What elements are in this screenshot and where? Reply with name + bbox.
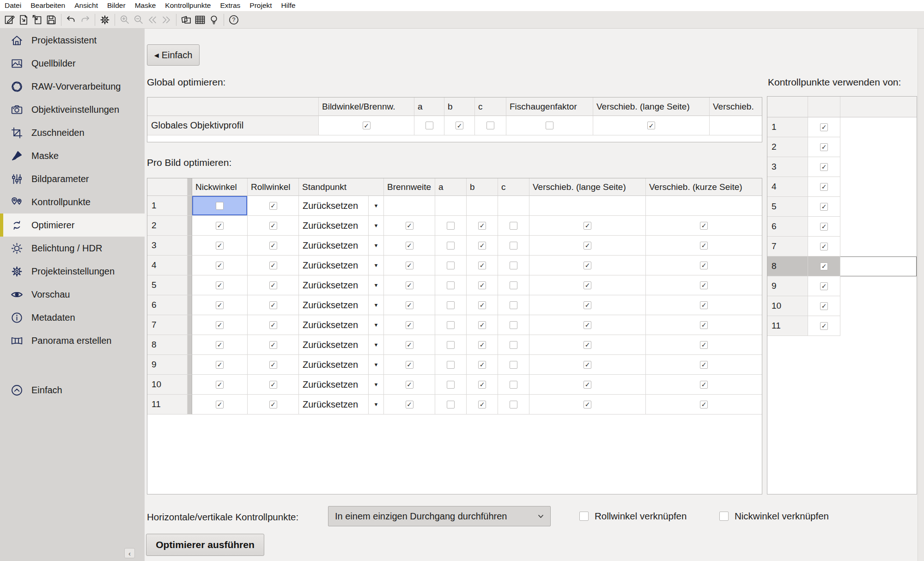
checkbox-b[interactable]: ✓ xyxy=(478,401,486,409)
checkbox-a[interactable] xyxy=(447,262,455,269)
cell-verschieb-lange-seite[interactable]: ✓ xyxy=(529,275,646,295)
cell-verschieb-kurze-seite[interactable]: ✓ xyxy=(646,216,762,236)
cell-brennweite[interactable]: ✓ xyxy=(384,275,435,295)
cell-c[interactable] xyxy=(498,295,529,315)
checkbox-nickwinkel[interactable]: ✓ xyxy=(216,401,224,409)
cell-a[interactable] xyxy=(435,335,467,355)
simple-mode-back-button[interactable]: ◀ Einfach xyxy=(147,44,200,66)
standpunkt-dropdown-button[interactable]: ▼ xyxy=(369,295,384,315)
checkbox-nickwinkel[interactable]: ✓ xyxy=(216,301,224,309)
checkbox-rollwinkel[interactable]: ✓ xyxy=(269,262,277,269)
checkbox-verschieb-lange-seite[interactable]: ✓ xyxy=(584,381,591,389)
sidebar-item-objektiveinstellungen[interactable]: Objektiveinstellungen xyxy=(0,98,145,121)
cell-a[interactable] xyxy=(435,256,467,275)
checkbox-verschieb-lange-seite[interactable]: ✓ xyxy=(584,361,591,369)
open-project-icon[interactable] xyxy=(17,12,30,27)
control-points-row-5[interactable]: 5✓ xyxy=(767,197,917,217)
checkbox-rollwinkel[interactable]: ✓ xyxy=(269,222,277,230)
checkbox-verschieb-lange-seite[interactable]: ✓ xyxy=(584,301,591,309)
cell-verschieb-kurze-seite[interactable] xyxy=(646,196,762,216)
cell-a[interactable] xyxy=(435,395,467,415)
preview-light-icon[interactable] xyxy=(207,12,221,27)
checkbox-verschieb-lange-seite[interactable]: ✓ xyxy=(584,262,591,269)
cell-brennweite[interactable]: ✓ xyxy=(384,256,435,275)
sidebar-item-belichtung-hdr[interactable]: Belichtung / HDR xyxy=(0,237,145,260)
checkbox-b[interactable]: ✓ xyxy=(478,222,486,230)
checkbox-nickwinkel[interactable]: ✓ xyxy=(216,262,224,269)
sidebar-item-projekteinstellungen[interactable]: Projekteinstellungen xyxy=(0,260,145,283)
checkbox-c[interactable] xyxy=(510,341,517,349)
cell-b[interactable]: ✓ xyxy=(467,216,498,236)
use-control-points-checkbox[interactable]: ✓ xyxy=(820,223,828,231)
checkbox-rollwinkel[interactable]: ✓ xyxy=(269,381,277,389)
checkbox-rollwinkel[interactable]: ✓ xyxy=(269,202,277,210)
control-points-row-3[interactable]: 3✓ xyxy=(767,157,917,177)
cell-rollwinkel[interactable]: ✓ xyxy=(248,375,299,395)
cell-verschieb-lange-seite[interactable]: ✓ xyxy=(529,256,646,275)
use-control-points-checkbox[interactable]: ✓ xyxy=(820,203,828,211)
cell-nickwinkel[interactable]: ✓ xyxy=(192,236,248,256)
cell-rollwinkel[interactable]: ✓ xyxy=(248,315,299,335)
sidebar-collapse-button[interactable]: ‹ xyxy=(124,548,135,558)
cell-verschieb-kurze-seite[interactable]: ✓ xyxy=(646,355,762,375)
checkbox-brennweite[interactable]: ✓ xyxy=(406,222,413,230)
cell-verschieb-kurze-seite[interactable]: ✓ xyxy=(646,295,762,315)
checkbox-rollwinkel[interactable]: ✓ xyxy=(269,361,277,369)
cell-nickwinkel[interactable]: ✓ xyxy=(192,395,248,415)
cell-b[interactable]: ✓ xyxy=(467,395,498,415)
row-number-cell[interactable]: 10 xyxy=(147,375,188,395)
sidebar-item-metadaten[interactable]: Metadaten xyxy=(0,306,145,329)
use-control-points-cell[interactable]: ✓ xyxy=(808,217,840,237)
cell-a[interactable] xyxy=(435,315,467,335)
cell-b[interactable]: ✓ xyxy=(467,236,498,256)
menu-item-datei[interactable]: Datei xyxy=(0,0,26,11)
use-control-points-cell[interactable]: ✓ xyxy=(808,197,840,217)
hv-control-points-dropdown[interactable]: In einem einzigen Durchgang durchführen xyxy=(328,506,551,526)
cell-verschieb-lange-seite[interactable]: ✓ xyxy=(529,335,646,355)
sidebar-item-panorama-erstellen[interactable]: Panorama erstellen xyxy=(0,329,145,352)
checkbox-nickwinkel[interactable]: ✓ xyxy=(216,321,224,329)
use-control-points-cell[interactable]: ✓ xyxy=(808,237,840,256)
sidebar-item-maske[interactable]: Maske xyxy=(0,144,145,167)
cell-c[interactable] xyxy=(498,196,529,216)
image-number-cell[interactable]: 3 xyxy=(767,157,808,177)
checkbox-c[interactable] xyxy=(510,242,517,250)
checkbox-Fischaugenfaktor[interactable] xyxy=(546,122,553,129)
undo-icon[interactable] xyxy=(64,12,78,27)
image-number-cell[interactable]: 5 xyxy=(767,197,808,217)
cell-c[interactable] xyxy=(498,375,529,395)
control-points-row-4[interactable]: 4✓ xyxy=(767,177,917,197)
checkbox-a[interactable] xyxy=(447,301,455,309)
use-control-points-cell[interactable]: ✓ xyxy=(808,137,840,157)
cell-a[interactable] xyxy=(435,236,467,256)
cell-b[interactable]: ✓ xyxy=(467,275,498,295)
cell-c[interactable] xyxy=(498,315,529,335)
checkbox-nickwinkel[interactable]: ✓ xyxy=(216,281,224,289)
sidebar-item-einfach[interactable]: Einfach xyxy=(0,378,145,402)
cell-standpunkt-reset[interactable]: Zurücksetzen xyxy=(299,375,369,395)
checkbox-a[interactable] xyxy=(447,401,455,409)
checkbox-a[interactable] xyxy=(447,281,455,289)
menu-item-bilder[interactable]: Bilder xyxy=(103,0,130,11)
cell-nickwinkel[interactable]: ✓ xyxy=(192,375,248,395)
cell-brennweite[interactable]: ✓ xyxy=(384,315,435,335)
checkbox-a[interactable] xyxy=(447,321,455,329)
checkbox-brennweite[interactable]: ✓ xyxy=(406,262,413,269)
sidebar-item-quellbilder[interactable]: Quellbilder xyxy=(0,52,145,75)
use-control-points-cell[interactable]: ✓ xyxy=(808,316,840,336)
cell-nickwinkel[interactable]: ✓ xyxy=(192,275,248,295)
run-optimizer-button[interactable]: Optimierer ausführen xyxy=(146,534,264,556)
checkbox-c[interactable] xyxy=(510,321,517,329)
checkbox-b[interactable]: ✓ xyxy=(478,341,486,349)
cell-brennweite[interactable]: ✓ xyxy=(384,395,435,415)
image-number-cell[interactable]: 1 xyxy=(767,117,808,137)
row-number-cell[interactable]: 5 xyxy=(147,275,188,295)
cell-a[interactable] xyxy=(435,375,467,395)
checkbox-nickwinkel[interactable]: ✓ xyxy=(216,361,224,369)
menu-item-hilfe[interactable]: Hilfe xyxy=(277,0,300,11)
checkbox-b[interactable]: ✓ xyxy=(478,381,486,389)
checkbox-b[interactable]: ✓ xyxy=(478,242,486,250)
cell-brennweite[interactable]: ✓ xyxy=(384,236,435,256)
cell-rollwinkel[interactable]: ✓ xyxy=(248,295,299,315)
checkbox-rollwinkel[interactable]: ✓ xyxy=(269,242,277,250)
